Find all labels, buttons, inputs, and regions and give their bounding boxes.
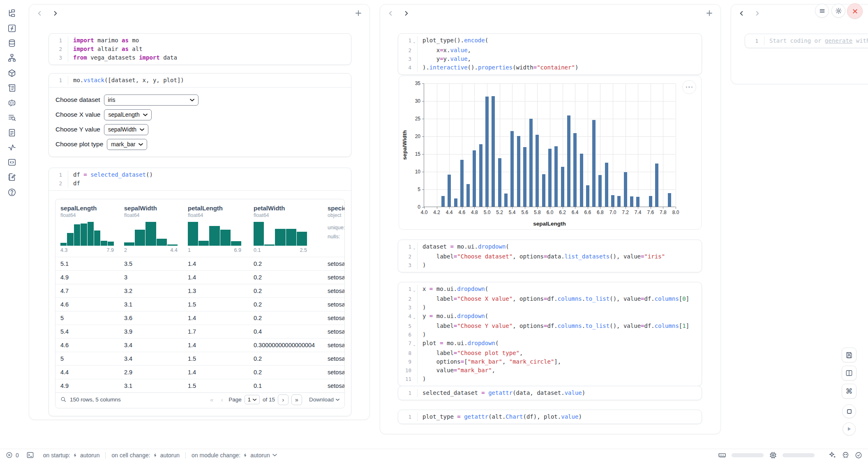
- sidebar-item-outline[interactable]: [6, 127, 18, 139]
- table-row[interactable]: 4.73.21.30.2setosa: [55, 284, 344, 297]
- column-1-add-cell-button[interactable]: [354, 9, 362, 17]
- column-header-species[interactable]: speciesobjectunique:nulls:: [328, 205, 344, 253]
- ai-sparkles-icon[interactable]: [829, 451, 836, 459]
- sidebar-item-scratchpad[interactable]: [6, 171, 18, 183]
- chart-menu-button[interactable]: [682, 80, 696, 94]
- ai-assistant-icon[interactable]: [842, 451, 850, 459]
- chart-bar: [479, 144, 482, 207]
- keyboard-shortcuts-button[interactable]: ⌘: [842, 384, 856, 399]
- code-editor[interactable]: 1Start coding or generate with AI: [745, 34, 868, 48]
- table-row[interactable]: 4.63.11.50.2setosa: [55, 297, 344, 311]
- first-page-button[interactable]: «: [208, 394, 215, 405]
- code-editor[interactable]: 1import marimo as mo2import altair as al…: [49, 34, 351, 65]
- plot-type-select[interactable]: mark_bar: [107, 139, 147, 150]
- dataset-select[interactable]: iris: [104, 95, 199, 106]
- dataframe-output: sepalLengthfloat644.37.9sepalWidthfloat6…: [49, 190, 351, 416]
- column-2-add-cell-button[interactable]: [705, 9, 713, 17]
- sidebar-item-help[interactable]: [6, 186, 18, 198]
- x-tick-label: 5.6: [521, 210, 528, 215]
- chart-plot-area[interactable]: 051015202530354.04.24.44.64.85.05.25.45.…: [424, 83, 675, 207]
- settings-button[interactable]: [831, 4, 845, 18]
- y-value-select[interactable]: sepalWidth: [104, 124, 148, 135]
- table-row[interactable]: 5.13.51.40.2setosa: [55, 257, 344, 270]
- code-editor[interactable]: 1plot_type = getattr(alt.Chart(df), plot…: [398, 410, 702, 424]
- column-1-next-button[interactable]: [51, 9, 59, 17]
- fold-marker[interactable]: ⌄: [411, 312, 417, 322]
- run-all-button[interactable]: [843, 422, 856, 436]
- table-row[interactable]: 4.63.41.40.30000000000000004setosa: [55, 338, 344, 352]
- table-row[interactable]: 53.61.40.2setosa: [55, 311, 344, 325]
- x-value-select[interactable]: sepalLength: [104, 109, 151, 120]
- histogram-bar: [188, 222, 198, 246]
- package-icon: [7, 69, 16, 78]
- x-tick-label: 6.0: [547, 210, 554, 215]
- table-cell: 1.4: [188, 315, 254, 321]
- x-gridline: [676, 83, 676, 207]
- line-number: 2: [51, 179, 62, 188]
- connection-status-icon[interactable]: [855, 452, 862, 459]
- column-3-prev-button[interactable]: [737, 9, 746, 17]
- column-header-petalLength[interactable]: petalLengthfloat6416.9: [188, 205, 254, 253]
- table-row[interactable]: 53.41.50.2setosa: [55, 352, 344, 365]
- code-editor[interactable]: 1mo.vstack([dataset, x, y, plot]): [49, 74, 351, 87]
- sidebar-item-documentation[interactable]: [6, 82, 18, 94]
- on-module-change-toggle[interactable]: on module change: autorun: [192, 452, 277, 459]
- on-startup-toggle[interactable]: on startup: autorun: [43, 452, 100, 459]
- chart-bar: [605, 163, 608, 207]
- terminal-button[interactable]: [26, 451, 34, 459]
- sidebar-item-logs[interactable]: [6, 111, 18, 124]
- code-editor[interactable]: 1⌄dataset = mo.ui.dropdown(2 label="Choo…: [398, 240, 702, 272]
- fold-marker[interactable]: ⌄: [411, 285, 417, 295]
- code-editor[interactable]: 1⌄plot_type().encode(2 x=x.value,3 y=y.v…: [398, 34, 702, 74]
- table-row[interactable]: 4.931.40.2setosa: [55, 270, 344, 284]
- sidebar-item-chat[interactable]: [6, 97, 18, 109]
- last-page-button[interactable]: »: [291, 394, 302, 405]
- save-button[interactable]: [842, 348, 856, 362]
- prev-page-button[interactable]: ‹: [218, 394, 226, 405]
- table-row[interactable]: 4.93.11.50.1setosa: [55, 379, 344, 392]
- column-2-next-button[interactable]: [402, 9, 410, 17]
- y-tick-label: 35: [415, 81, 420, 86]
- sidebar-item-dependency-graph[interactable]: [6, 52, 18, 64]
- x-tick-label: 4.0: [421, 210, 428, 215]
- fold-spacer: [62, 76, 68, 85]
- table-row[interactable]: 4.42.91.40.2setosa: [55, 365, 344, 379]
- code-editor[interactable]: 1⌄x = mo.ui.dropdown(2 label="Choose X v…: [398, 282, 702, 386]
- sidebar-item-variables[interactable]: [6, 22, 18, 35]
- notebook-menu-button[interactable]: [815, 4, 829, 18]
- shutdown-button[interactable]: [847, 3, 863, 19]
- code-line: 7⌄plot = mo.ui.dropdown(: [401, 339, 697, 349]
- next-page-button[interactable]: ›: [278, 394, 289, 405]
- circle-x-icon: [6, 452, 13, 459]
- column-header-sepalLength[interactable]: sepalLengthfloat644.37.9: [60, 205, 124, 253]
- page-select[interactable]: 1: [245, 395, 260, 404]
- code-editor[interactable]: 1selected_dataset = getattr(data, datase…: [398, 386, 702, 400]
- column-2-prev-button[interactable]: [386, 9, 395, 17]
- scratchpad-button[interactable]: [842, 404, 856, 418]
- fold-marker[interactable]: ⌄: [411, 36, 417, 46]
- error-count-badge[interactable]: 0: [6, 452, 19, 459]
- column-header-sepalWidth[interactable]: sepalWidthfloat6424.4: [124, 205, 188, 253]
- line-number: 2: [401, 46, 411, 55]
- code-editor[interactable]: 1df = selected_dataset()2df: [49, 168, 351, 190]
- download-button[interactable]: Download: [309, 396, 339, 403]
- line-number: 5: [401, 322, 411, 330]
- search-icon[interactable]: [60, 396, 67, 403]
- column-header-petalWidth[interactable]: petalWidthfloat640.12.5: [254, 205, 328, 253]
- x-tick-label: 6.6: [584, 210, 591, 215]
- chart-bar: [523, 147, 526, 207]
- column-3-next-button[interactable]: [753, 9, 761, 17]
- table-row[interactable]: 5.43.91.70.4setosa: [55, 325, 344, 338]
- chevron-right-icon: [404, 11, 409, 16]
- sidebar-item-datasources[interactable]: [6, 37, 18, 49]
- sidebar-item-tracing[interactable]: [6, 141, 18, 154]
- sidebar-item-file-tree[interactable]: [6, 7, 18, 20]
- chart-bar: [529, 119, 533, 207]
- layout-select-button[interactable]: [842, 366, 856, 380]
- on-cell-change-toggle[interactable]: on cell change: autorun: [111, 452, 180, 459]
- fold-marker[interactable]: ⌄: [411, 339, 417, 349]
- sidebar-item-packages[interactable]: [6, 67, 18, 79]
- column-1-prev-button[interactable]: [35, 9, 44, 17]
- sidebar-item-snippets[interactable]: [6, 156, 18, 168]
- fold-marker[interactable]: ⌄: [411, 242, 417, 252]
